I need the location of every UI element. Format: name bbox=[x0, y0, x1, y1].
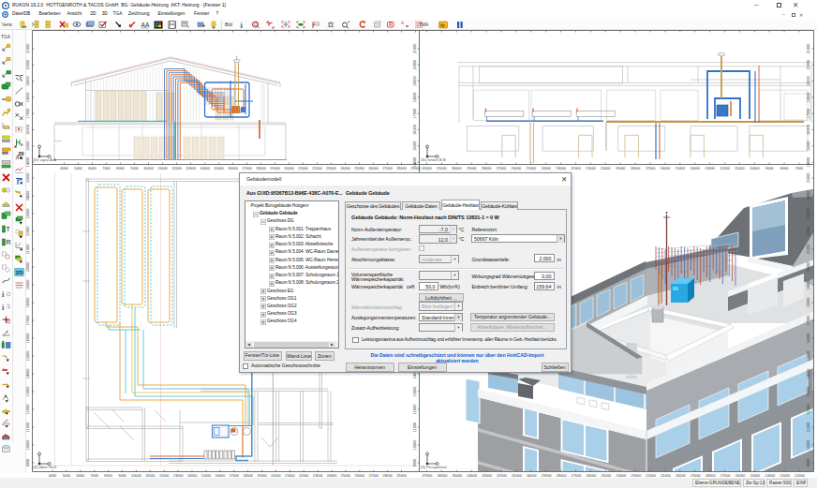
svg-text:16000: 16000 bbox=[228, 167, 238, 170]
svg-text:23000: 23000 bbox=[807, 209, 810, 219]
svg-text:18000: 18000 bbox=[413, 93, 417, 103]
svg-text:22000: 22000 bbox=[571, 167, 581, 170]
svg-text:18000: 18000 bbox=[807, 298, 810, 308]
svg-text:10000: 10000 bbox=[413, 440, 417, 451]
svg-text:25000: 25000 bbox=[26, 173, 30, 184]
svg-text:10000: 10000 bbox=[807, 440, 810, 451]
svg-text:15000: 15000 bbox=[413, 141, 417, 152]
svg-text:16000: 16000 bbox=[807, 125, 810, 135]
svg-text:24000: 24000 bbox=[26, 191, 30, 201]
svg-text:20: 20 bbox=[18, 151, 23, 156]
svg-text:15000: 15000 bbox=[807, 351, 810, 362]
svg-text:19000: 19000 bbox=[807, 76, 810, 86]
svg-text:18000: 18000 bbox=[256, 167, 266, 170]
svg-text:5000: 5000 bbox=[74, 167, 82, 170]
svg-text:6000: 6000 bbox=[88, 167, 96, 170]
svg-text:17000: 17000 bbox=[242, 167, 252, 170]
svg-text:19000: 19000 bbox=[270, 167, 280, 170]
svg-text:28000: 28000 bbox=[396, 167, 407, 170]
svg-text:13000: 13000 bbox=[705, 167, 715, 170]
svg-text:11000: 11000 bbox=[807, 422, 810, 432]
svg-text:A: A bbox=[4, 393, 7, 398]
svg-text:17000: 17000 bbox=[807, 109, 810, 119]
svg-text:17000: 17000 bbox=[26, 109, 30, 119]
svg-text:10000: 10000 bbox=[143, 167, 154, 170]
svg-text:i: i bbox=[2, 304, 5, 312]
svg-text:13000: 13000 bbox=[413, 387, 417, 397]
svg-text:15000: 15000 bbox=[214, 167, 224, 170]
svg-text:15000: 15000 bbox=[807, 141, 810, 152]
svg-text:23000: 23000 bbox=[26, 209, 30, 219]
svg-text:21000: 21000 bbox=[807, 44, 810, 54]
svg-text:16000: 16000 bbox=[807, 334, 810, 344]
svg-text:19000: 19000 bbox=[413, 76, 417, 86]
svg-text:16000: 16000 bbox=[26, 334, 30, 344]
svg-text:22000: 22000 bbox=[312, 167, 322, 170]
svg-text:21000: 21000 bbox=[586, 167, 596, 170]
svg-text:19000: 19000 bbox=[26, 280, 30, 290]
svg-text:7000: 7000 bbox=[795, 167, 803, 170]
svg-text:19000: 19000 bbox=[616, 167, 626, 170]
svg-text:13000: 13000 bbox=[26, 387, 30, 397]
svg-text:14000: 14000 bbox=[807, 369, 810, 379]
svg-text:19000: 19000 bbox=[807, 280, 810, 290]
svg-text:25000: 25000 bbox=[354, 167, 364, 170]
svg-text:32000: 32000 bbox=[422, 167, 432, 170]
svg-text:T: T bbox=[6, 226, 10, 232]
svg-text:16000: 16000 bbox=[26, 125, 30, 135]
svg-text:A: A bbox=[14, 144, 17, 149]
svg-text:A: A bbox=[145, 22, 150, 28]
svg-text:R: R bbox=[6, 239, 10, 245]
svg-text:11000: 11000 bbox=[735, 167, 744, 170]
svg-text:11000: 11000 bbox=[157, 167, 167, 170]
svg-text:11000: 11000 bbox=[413, 422, 417, 432]
svg-text:9000: 9000 bbox=[765, 167, 773, 170]
svg-text:24000: 24000 bbox=[541, 167, 551, 170]
svg-text:9000: 9000 bbox=[807, 459, 810, 467]
svg-text:14000: 14000 bbox=[26, 369, 30, 379]
svg-text:25000: 25000 bbox=[527, 167, 537, 170]
svg-text:27000: 27000 bbox=[497, 167, 507, 170]
svg-text:20000: 20000 bbox=[284, 167, 294, 170]
svg-text:21000: 21000 bbox=[26, 245, 30, 255]
svg-text:21000: 21000 bbox=[807, 245, 810, 255]
svg-text:20000: 20000 bbox=[807, 60, 810, 70]
svg-text:25000: 25000 bbox=[807, 173, 810, 184]
svg-text:10000: 10000 bbox=[26, 440, 30, 451]
svg-text:9000: 9000 bbox=[130, 167, 138, 170]
svg-text:9000: 9000 bbox=[413, 459, 417, 467]
svg-text:31000: 31000 bbox=[437, 167, 447, 170]
svg-text:17000: 17000 bbox=[26, 316, 30, 326]
svg-text:15000: 15000 bbox=[26, 141, 30, 152]
svg-text:12000: 12000 bbox=[26, 405, 30, 415]
svg-text:22000: 22000 bbox=[26, 227, 30, 237]
svg-text:9000: 9000 bbox=[26, 459, 30, 467]
svg-text:30000: 30000 bbox=[452, 167, 462, 170]
svg-text:12000: 12000 bbox=[413, 405, 417, 415]
svg-text:15000: 15000 bbox=[26, 351, 30, 362]
svg-text:18000: 18000 bbox=[807, 93, 810, 103]
svg-text:13000: 13000 bbox=[186, 167, 196, 170]
svg-text:17000: 17000 bbox=[646, 167, 656, 170]
svg-text:20000: 20000 bbox=[26, 60, 30, 70]
svg-text:i: i bbox=[2, 290, 5, 299]
svg-text:10000: 10000 bbox=[750, 167, 760, 170]
svg-text:24000: 24000 bbox=[340, 167, 350, 170]
svg-text:16000: 16000 bbox=[661, 167, 671, 170]
svg-text:29000: 29000 bbox=[467, 167, 477, 170]
svg-text:20000: 20000 bbox=[413, 60, 417, 70]
svg-text:26000: 26000 bbox=[368, 167, 379, 170]
svg-text:17000: 17000 bbox=[413, 109, 417, 119]
svg-text:8000: 8000 bbox=[116, 167, 124, 170]
svg-text:21000: 21000 bbox=[298, 167, 308, 170]
svg-text:17000: 17000 bbox=[807, 316, 810, 326]
svg-text:13000: 13000 bbox=[807, 387, 810, 397]
svg-text:21000: 21000 bbox=[413, 44, 417, 54]
svg-text:16) hinten B-B: 16) hinten B-B bbox=[421, 157, 446, 162]
svg-text:E: E bbox=[21, 142, 23, 147]
svg-text:28000: 28000 bbox=[482, 167, 492, 170]
svg-text:21000: 21000 bbox=[26, 44, 30, 54]
svg-text:16) vigne A-A: 16) vigne A-A bbox=[33, 157, 56, 162]
svg-text:22000: 22000 bbox=[807, 227, 810, 237]
svg-text:20000: 20000 bbox=[601, 167, 611, 170]
